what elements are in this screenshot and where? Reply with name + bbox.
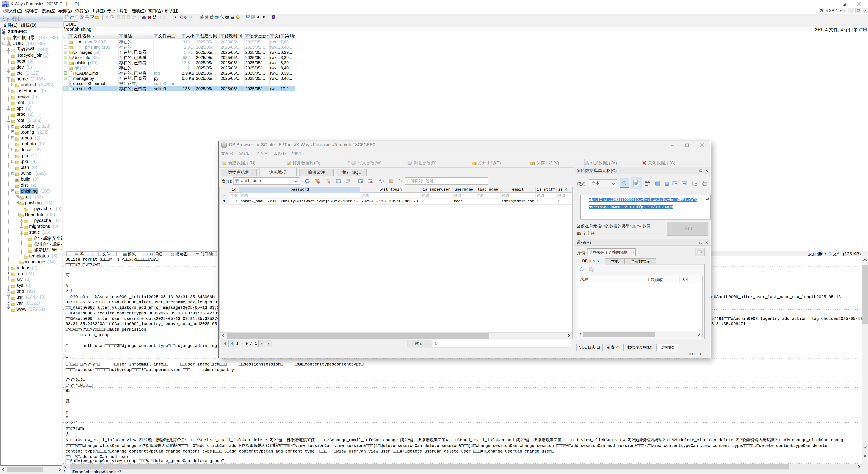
svg-text:Z: Z [381,180,383,184]
svg-text:a: a [401,180,402,184]
svg-text:Z: Z [160,15,161,18]
svg-text:汉非图: 汉非图 [2,32,6,34]
svg-text:101: 101 [132,15,135,18]
svg-text:A: A [379,179,381,182]
svg-text:b: b [399,179,400,182]
svg-text:HEX: HEX [163,18,166,19]
svg-text:汉非图: 汉非图 [3,5,9,7]
svg-text:HEX: HEX [153,18,156,19]
svg-text:A: A [163,15,164,18]
svg-text:A: A [158,15,159,18]
svg-text:?: ? [273,16,274,18]
svg-text:010: 010 [132,18,135,19]
